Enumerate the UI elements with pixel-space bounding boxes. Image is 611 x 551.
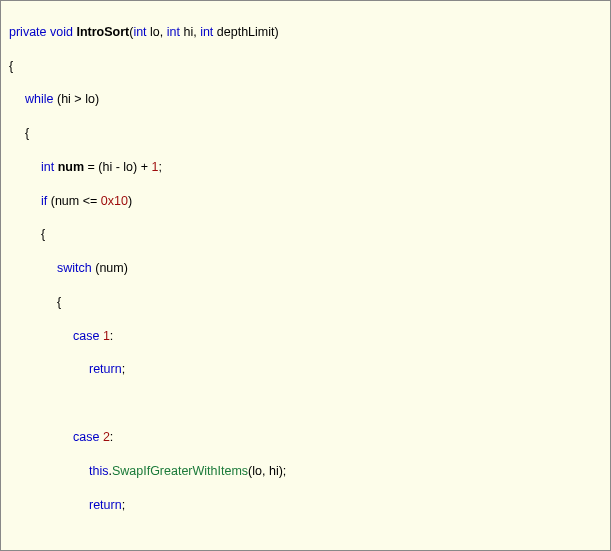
method-name: IntroSort <box>76 25 129 39</box>
blank-line <box>9 395 602 412</box>
if-num: if (num <= 0x10) <box>9 193 602 210</box>
blank-line <box>9 530 602 547</box>
brace-open: { <box>9 226 602 243</box>
keyword-void: void <box>50 25 73 39</box>
case-1: case 1: <box>9 328 602 345</box>
while-line: while (hi > lo) <box>9 91 602 108</box>
code-snippet: private void IntroSort(int lo, int hi, i… <box>0 0 611 551</box>
return-line: return; <box>9 361 602 378</box>
return-line: return; <box>9 497 602 514</box>
signature-line: private void IntroSort(int lo, int hi, i… <box>9 24 602 41</box>
brace-open: { <box>9 294 602 311</box>
keyword-private: private <box>9 25 47 39</box>
brace-open: { <box>9 125 602 142</box>
case-2: case 2: <box>9 429 602 446</box>
swap-call: this.SwapIfGreaterWithItems(lo, hi); <box>9 463 602 480</box>
num-decl: int num = (hi - lo) + 1; <box>9 159 602 176</box>
switch-line: switch (num) <box>9 260 602 277</box>
brace-open: { <box>9 58 602 75</box>
